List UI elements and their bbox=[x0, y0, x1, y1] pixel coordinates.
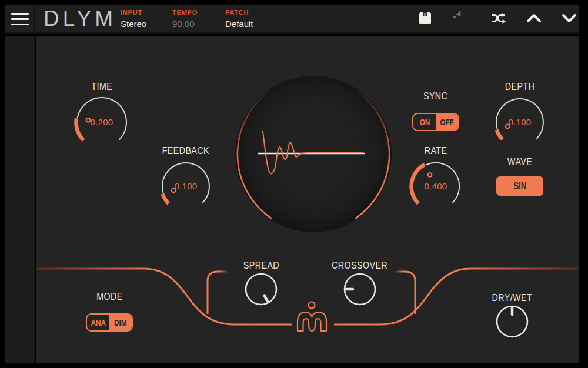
wave-group: WAVE SIN bbox=[482, 156, 558, 203]
depth-knob[interactable]: DEPTH 0.100 bbox=[482, 81, 558, 158]
app-title: DLYM bbox=[44, 5, 116, 34]
tempo-value[interactable]: 90.00 bbox=[172, 19, 198, 29]
crossover-knob[interactable]: CROSSOVER bbox=[322, 260, 398, 307]
mode-label: MODE bbox=[71, 291, 148, 303]
input-mode-selector[interactable]: INPUT Stereo bbox=[121, 9, 146, 29]
waveform-display bbox=[235, 76, 392, 232]
input-label: INPUT bbox=[121, 9, 146, 16]
mode-dim-option[interactable]: DIM bbox=[109, 315, 132, 330]
feedback-knob[interactable]: FEEDBACK 0.100 bbox=[148, 145, 224, 222]
previous-patch-icon[interactable] bbox=[526, 10, 542, 26]
undo-icon[interactable] bbox=[452, 10, 469, 26]
depth-label: DEPTH bbox=[482, 81, 558, 93]
wave-select-button[interactable]: SIN bbox=[496, 176, 543, 196]
time-label: TIME bbox=[64, 81, 140, 93]
main-panel: TIME 0.200 FEEDBACK 0.100 RATE 0.400 DEP… bbox=[36, 36, 579, 363]
mode-ana-option[interactable]: ANA bbox=[87, 315, 109, 330]
sync-group: SYNC ON OFF bbox=[397, 91, 474, 138]
sync-toggle[interactable]: ON OFF bbox=[412, 113, 459, 131]
dry-wet-label: DRY/WET bbox=[474, 292, 550, 304]
rate-value: 0.400 bbox=[397, 181, 474, 191]
tempo-field[interactable]: TEMPO 90.00 bbox=[172, 9, 198, 29]
crossover-label: CROSSOVER bbox=[322, 260, 398, 272]
time-knob[interactable]: TIME 0.200 bbox=[64, 81, 140, 158]
mode-group: MODE ANA DIM bbox=[71, 291, 148, 338]
dlym-plugin-window: DLYM INPUT Stereo TEMPO 90.00 PATCH Defa… bbox=[0, 0, 588, 368]
wave-label: WAVE bbox=[482, 156, 558, 168]
sync-off-option[interactable]: OFF bbox=[436, 114, 458, 130]
left-side-strip bbox=[5, 36, 35, 363]
time-value: 0.200 bbox=[64, 117, 140, 127]
depth-value: 0.100 bbox=[482, 117, 558, 127]
feedback-label: FEEDBACK bbox=[148, 145, 224, 157]
tempo-label: TEMPO bbox=[172, 9, 198, 16]
rate-knob[interactable]: RATE 0.400 bbox=[397, 145, 474, 222]
input-value[interactable]: Stereo bbox=[121, 19, 146, 29]
save-icon[interactable] bbox=[417, 10, 433, 26]
mode-toggle[interactable]: ANA DIM bbox=[86, 313, 133, 332]
sync-label: SYNC bbox=[397, 91, 474, 102]
randomize-icon[interactable] bbox=[490, 10, 507, 26]
hamburger-menu-icon[interactable] bbox=[5, 5, 35, 32]
patch-selector[interactable]: PATCH Default bbox=[225, 9, 253, 29]
top-bar: DLYM INPUT Stereo TEMPO 90.00 PATCH Defa… bbox=[5, 5, 579, 34]
rate-label: RATE bbox=[397, 145, 474, 157]
sync-on-option[interactable]: ON bbox=[413, 114, 436, 130]
spread-knob[interactable]: SPREAD bbox=[223, 260, 299, 307]
next-patch-icon[interactable] bbox=[561, 10, 577, 26]
dry-wet-knob[interactable]: DRY/WET bbox=[474, 292, 550, 339]
spread-label: SPREAD bbox=[223, 260, 299, 272]
feedback-value: 0.100 bbox=[148, 181, 224, 191]
patch-label: PATCH bbox=[225, 9, 253, 16]
patch-value[interactable]: Default bbox=[225, 19, 253, 29]
